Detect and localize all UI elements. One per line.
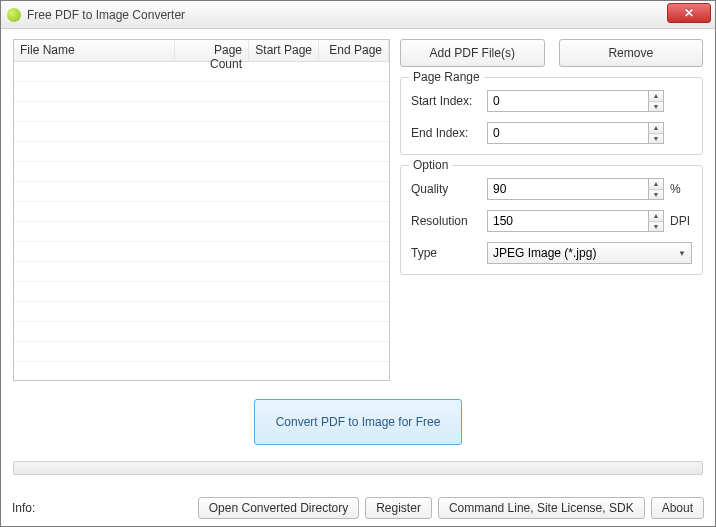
end-index-spinner[interactable]: ▲▼ [648,122,664,144]
start-index-spinner[interactable]: ▲▼ [648,90,664,112]
chevron-down-icon[interactable]: ▼ [649,222,663,232]
type-select[interactable]: JPEG Image (*.jpg) ▼ [487,242,692,264]
chevron-down-icon[interactable]: ▼ [649,102,663,112]
table-row [14,82,389,102]
about-button[interactable]: About [651,497,704,519]
chevron-up-icon[interactable]: ▲ [649,91,663,102]
app-icon [7,8,21,22]
close-button[interactable]: ✕ [667,3,711,23]
chevron-down-icon[interactable]: ▼ [649,190,663,200]
table-row [14,62,389,82]
progress-bar [13,461,703,475]
start-index-input[interactable] [487,90,648,112]
table-row [14,362,389,380]
table-row [14,102,389,122]
page-range-group: Page Range Start Index: ▲▼ End Index: ▲▼ [400,77,703,155]
chevron-down-icon: ▼ [678,249,686,258]
col-page-count[interactable]: Page Count [175,40,249,61]
table-row [14,322,389,342]
resolution-input[interactable] [487,210,648,232]
command-line-button[interactable]: Command Line, Site License, SDK [438,497,645,519]
type-value: JPEG Image (*.jpg) [493,246,678,260]
quality-label: Quality [411,182,487,196]
table-row [14,202,389,222]
table-row [14,162,389,182]
table-row [14,222,389,242]
table-row [14,142,389,162]
table-row [14,342,389,362]
file-list-header: File Name Page Count Start Page End Page [14,40,389,62]
chevron-up-icon[interactable]: ▲ [649,211,663,222]
title-bar: Free PDF to Image Converter ✕ [1,1,715,29]
resolution-suffix: DPI [670,214,692,228]
resolution-label: Resolution [411,214,487,228]
page-range-legend: Page Range [409,70,484,84]
quality-suffix: % [670,182,692,196]
table-row [14,122,389,142]
open-directory-button[interactable]: Open Converted Directory [198,497,359,519]
close-icon: ✕ [684,6,694,20]
type-label: Type [411,246,487,260]
remove-button[interactable]: Remove [559,39,704,67]
quality-input[interactable] [487,178,648,200]
table-row [14,242,389,262]
table-row [14,302,389,322]
file-list[interactable]: File Name Page Count Start Page End Page [13,39,390,381]
option-group: Option Quality ▲▼ % Resolution ▲▼ DPI Ty… [400,165,703,275]
end-index-input[interactable] [487,122,648,144]
chevron-down-icon[interactable]: ▼ [649,134,663,144]
quality-spinner[interactable]: ▲▼ [648,178,664,200]
register-button[interactable]: Register [365,497,432,519]
resolution-spinner[interactable]: ▲▼ [648,210,664,232]
end-index-label: End Index: [411,126,487,140]
file-list-rows[interactable] [14,62,389,380]
col-end-page[interactable]: End Page [319,40,389,61]
window-title: Free PDF to Image Converter [27,8,185,22]
chevron-up-icon[interactable]: ▲ [649,179,663,190]
col-file-name[interactable]: File Name [14,40,175,61]
table-row [14,182,389,202]
add-pdf-button[interactable]: Add PDF File(s) [400,39,545,67]
table-row [14,262,389,282]
convert-button[interactable]: Convert PDF to Image for Free [254,399,462,445]
info-label: Info: [12,501,192,515]
option-legend: Option [409,158,452,172]
table-row [14,282,389,302]
start-index-label: Start Index: [411,94,487,108]
col-start-page[interactable]: Start Page [249,40,319,61]
chevron-up-icon[interactable]: ▲ [649,123,663,134]
